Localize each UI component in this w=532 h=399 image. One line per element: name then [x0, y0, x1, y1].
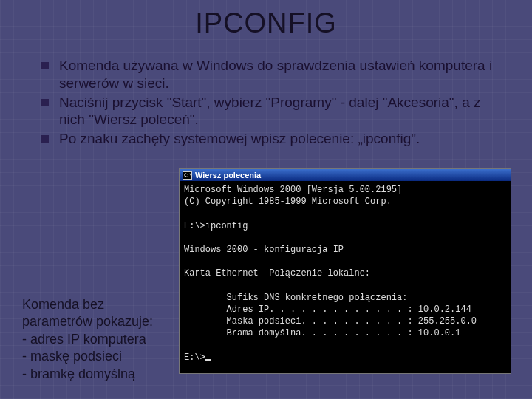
list-item: Po znaku zachęty systemowej wpisz polece…	[41, 130, 502, 148]
window-title: Wiersz polecenia	[195, 171, 261, 180]
bullet-text: Komenda używana w Windows do sprawdzenia…	[59, 57, 502, 92]
bullet-icon	[41, 62, 49, 69]
bullet-text: Naciśnij przycisk "Start", wybierz "Prog…	[59, 94, 502, 129]
bullet-list: Komenda używana w Windows do sprawdzenia…	[41, 57, 502, 148]
list-item: Komenda używana w Windows do sprawdzenia…	[41, 57, 502, 92]
bullet-text: Po znaku zachęty systemowej wpisz polece…	[59, 130, 502, 148]
bullet-icon	[41, 135, 49, 143]
cmd-icon	[183, 171, 192, 180]
page-title: IPCONFIG	[0, 0, 532, 39]
window-titlebar: Wiersz polecenia	[180, 169, 511, 181]
caption-text: Komenda bez parametrów pokazuje: - adres…	[22, 296, 177, 386]
caption-block: Komenda bez parametrów pokazuje: - adres…	[22, 296, 510, 386]
list-item: Naciśnij przycisk "Start", wybierz "Prog…	[41, 94, 502, 129]
bullet-icon	[41, 99, 49, 106]
